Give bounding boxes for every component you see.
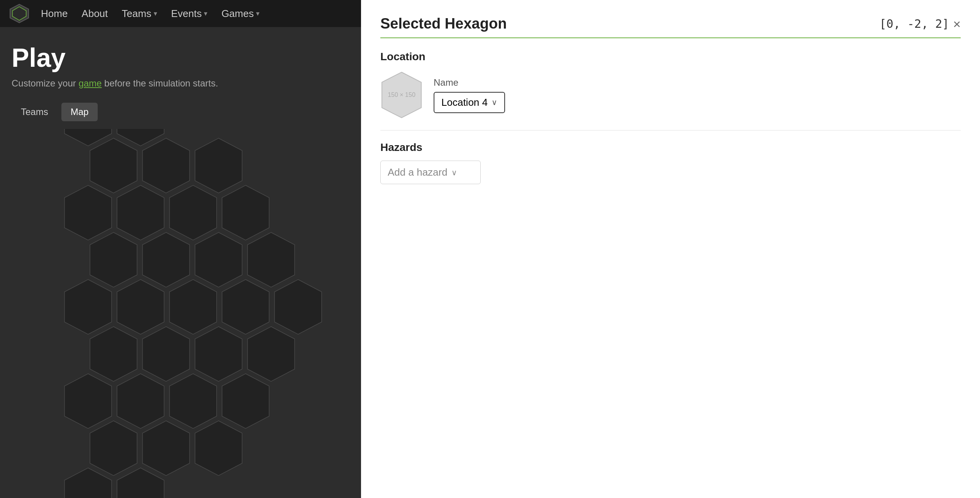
nav-home[interactable]: Home <box>35 5 74 23</box>
svg-marker-30 <box>195 421 242 476</box>
panel-title: Selected Hexagon <box>380 15 507 32</box>
name-field-label: Name <box>434 77 505 88</box>
events-chevron-icon: ▾ <box>204 9 207 18</box>
teams-chevron-icon: ▾ <box>154 9 157 18</box>
hazards-dropdown-chevron-icon: ∨ <box>451 168 457 177</box>
hex-cell[interactable] <box>193 419 244 477</box>
hex-cell[interactable] <box>115 466 166 498</box>
hex-preview-label: 150 × 150 <box>388 91 415 98</box>
hazards-dropdown[interactable]: Add a hazard ∨ <box>380 161 481 184</box>
panel-coords: [0, -2, 2] <box>880 17 949 30</box>
nav-events[interactable]: Events ▾ <box>165 5 214 23</box>
nav-teams[interactable]: Teams ▾ <box>115 5 163 23</box>
nav-about[interactable]: About <box>75 5 114 23</box>
hazards-section-label: Hazards <box>380 141 961 154</box>
svg-marker-32 <box>117 468 164 498</box>
hex-cell[interactable] <box>63 466 114 498</box>
panel-header: Selected Hexagon [0, -2, 2] × <box>380 15 961 38</box>
tab-bar: Teams Map <box>12 103 349 121</box>
svg-marker-31 <box>64 468 112 498</box>
location-row: 150 × 150 Name Location 4 ∨ <box>380 71 961 119</box>
hex-preview: 150 × 150 <box>380 71 423 119</box>
location-dropdown[interactable]: Location 4 ∨ <box>434 92 505 113</box>
nav-games[interactable]: Games ▾ <box>215 5 266 23</box>
right-panel: Selected Hexagon [0, -2, 2] × Location 1… <box>361 0 980 498</box>
app-logo <box>9 3 29 24</box>
close-button[interactable]: × <box>953 17 961 30</box>
games-chevron-icon: ▾ <box>256 9 259 18</box>
divider <box>380 130 961 130</box>
tab-map[interactable]: Map <box>61 103 98 121</box>
page-subtitle: Customize your game before the simulatio… <box>12 78 349 89</box>
location-dropdown-chevron-icon: ∨ <box>492 98 497 107</box>
page-title: Play <box>12 42 349 73</box>
subtitle-link[interactable]: game <box>78 78 102 88</box>
location-section-label: Location <box>380 51 961 63</box>
tab-teams[interactable]: Teams <box>12 103 58 121</box>
